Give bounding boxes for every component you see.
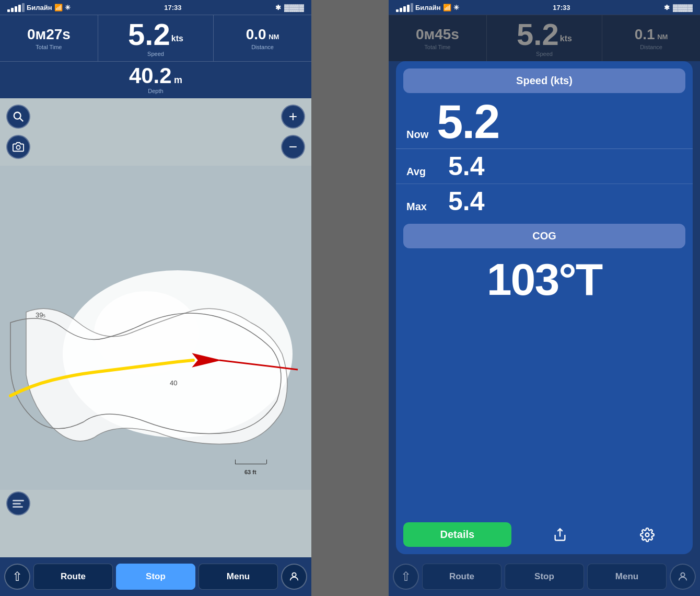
avg-label: Avg xyxy=(406,166,448,178)
right-distance-label: Distance xyxy=(640,44,662,50)
left-route-button[interactable]: Route xyxy=(33,564,113,590)
right-bottom-nav: ⇧ Route Stop Menu xyxy=(389,557,700,596)
now-label: Now xyxy=(406,129,428,141)
svg-point-17 xyxy=(681,573,684,577)
svg-text:39₅: 39₅ xyxy=(36,311,45,319)
right-battery-icon: ▓▓▓▓ xyxy=(673,4,693,12)
left-menu-button[interactable]: Menu xyxy=(199,564,278,590)
left-route-label: Route xyxy=(61,571,86,582)
max-label: Max xyxy=(406,201,448,213)
svg-rect-9 xyxy=(266,460,267,464)
left-depth-unit: m xyxy=(174,75,182,85)
svg-point-14 xyxy=(292,573,296,577)
left-carrier-name: Билайн xyxy=(27,4,52,12)
left-stop-label: Stop xyxy=(146,571,166,582)
settings-button[interactable] xyxy=(609,528,685,542)
zoom-in-button[interactable]: + xyxy=(281,105,305,129)
left-distance-value: 0.0 xyxy=(246,26,266,42)
layers-button[interactable] xyxy=(6,491,30,515)
now-section: Now 5.2 xyxy=(396,93,693,149)
left-phone: Билайн 📶 ✳ 17:33 ✱ ▓▓▓▓ 0м27s Total Time… xyxy=(0,0,311,596)
right-phone: Билайн 📶 ✳ 17:33 ✱ ▓▓▓▓ 0м45s Total Time… xyxy=(389,0,700,596)
details-button[interactable]: Details xyxy=(403,522,511,547)
cog-value: 103°T xyxy=(396,248,693,305)
left-carrier: Билайн 📶 ✳ xyxy=(7,3,71,12)
left-bluetooth-icon: ✱ xyxy=(275,4,281,12)
right-carrier-name: Билайн xyxy=(415,4,441,12)
svg-rect-7 xyxy=(235,464,266,464)
cog-section-title: COG xyxy=(403,224,685,248)
left-speed-box: 5.2 kts Speed xyxy=(98,15,214,61)
left-stop-button[interactable]: Stop xyxy=(116,564,195,590)
right-total-time-value: 0м45s xyxy=(416,26,459,43)
left-speed-unit: kts xyxy=(171,34,183,43)
right-route-button: Route xyxy=(422,564,501,590)
left-map-svg: 39₅ 40 63 ft xyxy=(0,98,311,557)
right-speed-box: 5.2 kts Speed xyxy=(487,15,602,61)
left-total-time-label: Total Time xyxy=(36,44,62,50)
left-depth-row: 40.2 m Depth xyxy=(0,61,311,98)
right-asterisk-icon: ✳ xyxy=(453,4,459,12)
right-time: 17:33 xyxy=(553,4,570,12)
avg-row: Avg 5.4 xyxy=(396,149,693,184)
right-route-label: Route xyxy=(449,571,474,582)
right-speed-value: 5.2 xyxy=(517,19,559,50)
left-person-button[interactable] xyxy=(281,564,307,590)
svg-rect-8 xyxy=(235,460,236,464)
svg-point-16 xyxy=(645,533,649,536)
left-time: 17:33 xyxy=(164,4,181,12)
svg-text:40: 40 xyxy=(170,379,177,387)
camera-button[interactable] xyxy=(6,135,30,159)
left-distance-label: Distance xyxy=(251,44,274,50)
card-footer: Details xyxy=(396,517,693,554)
right-total-time-box: 0м45s Total Time xyxy=(389,15,487,61)
left-map-area: 39₅ 40 63 ft + − xyxy=(0,98,311,557)
search-button[interactable] xyxy=(6,105,30,129)
right-menu-button: Menu xyxy=(587,564,667,590)
right-person-button xyxy=(670,564,696,590)
left-top-stats: 0м27s Total Time 5.2 kts Speed 0.0 NM Di… xyxy=(0,15,311,61)
right-total-time-label: Total Time xyxy=(424,44,450,50)
left-compass-button[interactable]: ⇧ xyxy=(4,564,30,590)
left-wifi-icon: 📶 xyxy=(54,4,63,12)
left-speed-value: 5.2 xyxy=(128,19,170,50)
left-distance-unit: NM xyxy=(269,33,279,41)
right-status-bar: Билайн 📶 ✳ 17:33 ✱ ▓▓▓▓ xyxy=(389,0,700,15)
right-speed-unit: kts xyxy=(560,34,572,43)
right-distance-unit: NM xyxy=(657,33,668,41)
speed-section-title: Speed (kts) xyxy=(403,68,685,93)
right-top-stats: 0м45s Total Time 5.2 kts Speed 0.1 NM Di… xyxy=(389,15,700,61)
left-speed-label: Speed xyxy=(147,51,164,57)
right-speed-label: Speed xyxy=(536,51,553,57)
left-bottom-nav: ⇧ Route Stop Menu xyxy=(0,557,311,596)
left-status-bar: Билайн 📶 ✳ 17:33 ✱ ▓▓▓▓ xyxy=(0,0,311,15)
left-asterisk-icon: ✳ xyxy=(65,4,71,12)
right-stop-button: Stop xyxy=(505,564,584,590)
zoom-out-button[interactable]: − xyxy=(281,135,305,159)
right-distance-box: 0.1 NM Distance xyxy=(602,15,700,61)
left-menu-label: Menu xyxy=(227,571,250,582)
detail-card: Speed (kts) Now 5.2 Avg 5.4 Max 5.4 COG xyxy=(396,61,693,554)
left-battery-icon: ▓▓▓▓ xyxy=(284,4,304,12)
left-total-time-box: 0м27s Total Time xyxy=(0,15,98,61)
left-depth-value: 40.2 xyxy=(129,63,172,88)
left-total-time-value: 0м27s xyxy=(27,26,71,43)
avg-value: 5.4 xyxy=(448,153,485,179)
now-value: 5.2 xyxy=(437,98,499,145)
right-carrier: Билайн 📶 ✳ xyxy=(396,3,459,12)
right-stop-label: Stop xyxy=(534,571,554,582)
left-depth-box: 40.2 m Depth xyxy=(0,62,311,96)
share-button[interactable] xyxy=(522,528,599,542)
right-compass-button: ⇧ xyxy=(393,564,419,590)
svg-line-12 xyxy=(20,118,23,121)
left-depth-label: Depth xyxy=(148,88,163,94)
max-row: Max 5.4 xyxy=(396,184,693,219)
right-distance-value: 0.1 xyxy=(635,26,655,42)
phone-divider xyxy=(311,0,389,596)
right-menu-label: Menu xyxy=(615,571,638,582)
right-modal-overlay: Speed (kts) Now 5.2 Avg 5.4 Max 5.4 COG xyxy=(389,61,700,596)
svg-point-13 xyxy=(16,145,20,149)
left-distance-box: 0.0 NM Distance xyxy=(214,15,311,61)
right-bluetooth-icon: ✱ xyxy=(664,4,670,12)
svg-point-11 xyxy=(14,112,21,119)
